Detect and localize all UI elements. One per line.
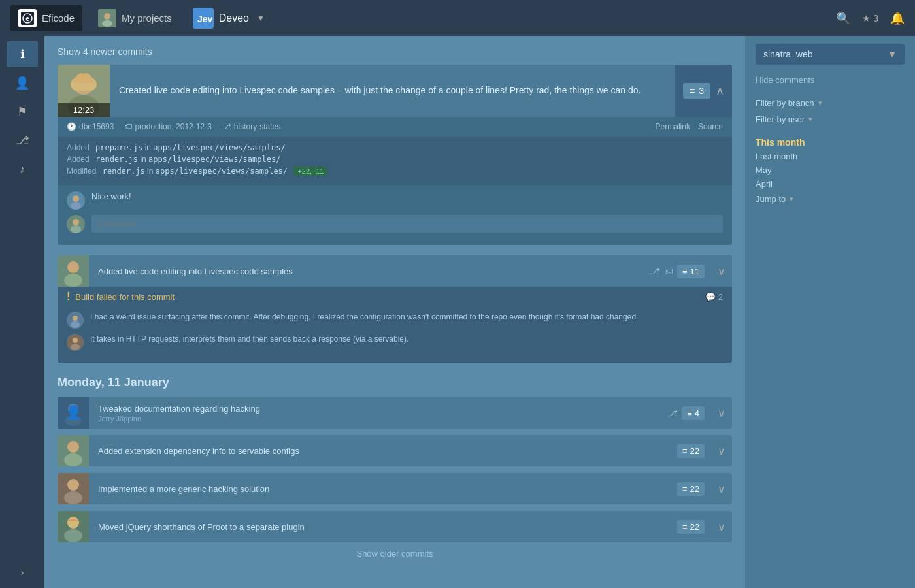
sidebar-item-branch[interactable]: ⎇ [7,127,38,154]
main-content: Show 4 newer commits 12:23 Created live … [44,36,745,588]
date-header: Monday, 11 January [58,376,732,389]
second-commit-collapse-btn[interactable]: ∨ [711,265,732,278]
comment-input[interactable] [92,215,723,233]
expanded-commit-comments: Nice work! [58,185,732,245]
jump-to-label: Jump to [756,194,786,204]
svg-point-17 [71,225,81,233]
eficode-icon: e [18,9,37,27]
tag-icon: 🏷 [124,122,132,131]
commit-avatar-0: 👤 [58,397,89,429]
star-icon: ★ [862,13,871,24]
exclaim-icon: ! [67,291,70,302]
may-btn[interactable]: May [756,165,905,175]
second-commit-branch-icon: ⎇ [650,266,660,276]
svg-point-16 [73,219,79,225]
file-prep-2: in [147,167,156,176]
inline-comment-text-1: It takes in HTTP requests, interprets th… [90,334,408,345]
commit-collapse-btn-3[interactable]: ∨ [711,521,732,533]
commit-count-2: 22 [690,484,699,494]
filter-user-caret-icon: ▾ [808,115,812,123]
svg-point-14 [71,202,81,210]
commit-row-0: 👤 Tweaked documentation regarding hackin… [58,397,732,429]
hide-comments-btn[interactable]: Hide comments [756,75,905,85]
commit-collapse-btn-0[interactable]: ∨ [711,407,732,419]
sidebar-item-user[interactable]: 👤 [7,70,38,96]
search-icon[interactable]: 🔍 [836,11,850,25]
filter-branch-caret-icon: ▾ [818,99,822,107]
svg-point-38 [67,517,79,529]
build-comment-count: 💬 2 [705,292,723,302]
commit-links: Permalink Source [656,122,723,131]
my-projects-label: My projects [122,12,172,24]
sidebar-expand-btn[interactable]: › [16,562,29,583]
svg-point-13 [73,195,79,202]
commit-count: 3 [699,86,704,96]
list-icon-4: ≡ [682,446,688,456]
comment-item-0: Nice work! [67,191,723,210]
svg-point-33 [64,453,82,466]
sidebar-item-flag[interactable]: ⚑ [7,99,38,125]
commit-count-badge: ≡ 3 [683,83,710,99]
file-dir-0: apps/livespec/views/samples/ [153,143,285,152]
commit-avatar-1 [58,435,89,466]
source-link[interactable]: Source [698,122,723,131]
second-commit-container: Added live code editing into Livespec co… [58,255,732,363]
branch-selector[interactable]: sinatra_web ▼ [756,44,905,65]
build-comment-num: 2 [718,292,723,302]
jump-to-btn[interactable]: Jump to ▾ [756,194,905,204]
list-icon-5: ≡ [682,484,688,494]
this-month-btn[interactable]: This month [756,137,905,148]
filter-user-btn[interactable]: Filter by user ▾ [756,114,905,124]
last-month-btn[interactable]: Last month [756,152,905,161]
svg-point-22 [73,316,78,321]
info-icon: ℹ [20,47,25,61]
commit-count-3: 22 [690,522,699,532]
april-btn[interactable]: April [756,179,905,189]
commit-time-badge: 12:23 [58,103,110,117]
flag-icon: ⚑ [17,105,27,119]
svg-point-35 [67,479,79,491]
svg-point-20 [64,274,82,287]
file-line-0: Added prepare.js in apps/livespec/views/… [67,143,723,152]
deveo-nav[interactable]: Jev Deveo ▼ [193,8,265,29]
show-newer-btn[interactable]: Show 4 newer commits [58,46,732,57]
eficode-logo[interactable]: e Eficode [10,5,82,31]
second-commit-count: 11 [690,267,699,276]
comment-text-0: Nice work! [92,191,131,201]
commit-msg-2: Implemented a more generic hacking solut… [89,484,671,494]
file-path-0: prepare.js [95,143,142,152]
inline-comment-1: It takes in HTTP requests, interprets th… [67,334,723,351]
build-failed-text: Build failed for this commit [75,292,175,302]
stars-nav[interactable]: ★ 3 [862,13,878,24]
my-projects-avatar [98,9,116,27]
show-older-btn[interactable]: Show older commits [58,549,732,559]
commit-badge-2: ≡ 22 [677,482,705,496]
notifications-icon[interactable]: 🔔 [890,11,905,25]
tag-value: production, 2012-12-3 [135,122,211,131]
file-action-2: Modified [67,167,96,176]
commit-actions-3: ≡ 22 [671,520,711,534]
commit-collapse-btn-2[interactable]: ∨ [711,483,732,495]
branch-value: history-states [234,122,280,131]
commit-collapse-btn-1[interactable]: ∨ [711,445,732,457]
filter-user-label: Filter by user [756,114,805,124]
commit-branch: ⎇ history-states [222,122,280,131]
commit-msg-3: Moved jQuery shorthands of Proot to a se… [89,522,671,532]
inline-commenter-avatar-0 [67,312,84,329]
sidebar-item-music[interactable]: ♪ [7,156,38,182]
my-projects-nav[interactable]: My projects [98,9,172,27]
svg-point-23 [71,321,80,328]
comment-input-row [67,215,723,233]
svg-text:Jev: Jev [197,14,212,24]
list-icon: ≡ [690,86,695,96]
file-line-1: Added render.js in apps/livespec/views/s… [67,155,723,164]
permalink-link[interactable]: Permalink [656,122,690,131]
sidebar-item-info[interactable]: ℹ [7,41,38,67]
expanded-commit-files: Added prepare.js in apps/livespec/views/… [58,137,732,185]
music-icon: ♪ [20,163,25,176]
filter-branch-btn[interactable]: Filter by branch ▾ [756,98,905,108]
inline-commenter-avatar-1 [67,334,84,351]
list-icon-3: ≡ [687,408,692,418]
expand-collapse-btn[interactable]: ∧ [716,84,724,98]
expanded-commit-avatar: 12:23 [58,65,110,117]
